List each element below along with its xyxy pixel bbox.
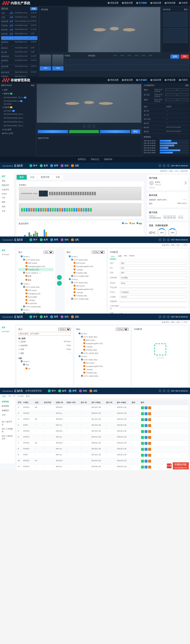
- detail-tab[interactable]: PSI/SI: [129, 255, 134, 259]
- tree-item[interactable]: TVS(SID 205): [18, 268, 53, 271]
- select[interactable]: TS-IN-1: [58, 328, 71, 331]
- tree-item[interactable]: n/a: [18, 367, 71, 370]
- tree-item[interactable]: CCTV 3(SID 302): [18, 311, 53, 314]
- sidebar-item[interactable]: SNMP: [1, 192, 13, 196]
- sidebar-item[interactable]: 首页: [1, 174, 13, 179]
- nav-item[interactable]: 新卡: [48, 389, 56, 392]
- tab[interactable]: 配置: [26, 395, 30, 397]
- sidebar-item[interactable]: 报警: [1, 200, 13, 204]
- tree-item[interactable]: PAT 0x104: [76, 361, 129, 365]
- sidebar-item[interactable]: 首页: [1, 248, 14, 253]
- status-icon[interactable]: [167, 315, 170, 318]
- port-icon[interactable]: [77, 192, 79, 195]
- port-icon[interactable]: [45, 208, 47, 212]
- action-icon[interactable]: [148, 406, 151, 409]
- port-icon[interactable]: [26, 208, 28, 212]
- tree-item[interactable]: TS-IN-3: [18, 308, 53, 311]
- tree-item[interactable]: TVS(SID 205): [66, 271, 104, 274]
- tree-item[interactable]: CCTV 2(SID 305): [18, 285, 53, 289]
- port-icon[interactable]: [42, 208, 44, 212]
- tree-item[interactable]: CCTV 12(SID 3…): [18, 271, 53, 274]
- select[interactable]: TS-IN-1: [116, 328, 129, 331]
- nav-item[interactable]: 系统设置: [108, 1, 118, 4]
- nav-item[interactable]: 新秀: [50, 164, 58, 167]
- port-icon[interactable]: [21, 208, 23, 212]
- status-icon[interactable]: [167, 164, 170, 167]
- source-row[interactable]: 备源备源 1rtmp://live.xxxxx2.12 M: [1, 59, 37, 65]
- tree-item[interactable]: PAT 0x104: [66, 284, 104, 287]
- source-row[interactable]: 备源频道http://baidu.co...: [1, 75, 37, 77]
- form-input[interactable]: TVS(SID): [120, 291, 186, 294]
- port-icon[interactable]: [23, 208, 25, 212]
- refresh-button[interactable]: 刷新: [185, 84, 189, 87]
- status-icon[interactable]: [159, 315, 162, 318]
- tree-item[interactable]: PMT 0x104: [18, 261, 53, 265]
- nav-item[interactable]: 适配: [71, 238, 79, 241]
- nav-item[interactable]: 复用: [40, 315, 48, 318]
- tree-item[interactable]: GuangDong(SID 101): [76, 342, 129, 345]
- tree-item[interactable]: PMT 0x104: [76, 338, 129, 342]
- tree-item[interactable]: ▾ 已处理●: [1, 106, 34, 109]
- search-button[interactable]: 搜索: [30, 7, 37, 10]
- action-icon[interactable]: [145, 406, 148, 409]
- action-icon[interactable]: [145, 442, 148, 445]
- port-icon[interactable]: [52, 208, 54, 212]
- nav-item[interactable]: 任务编单: [136, 79, 147, 82]
- tree-item[interactable]: ALC处理: [1, 128, 34, 132]
- action-icon[interactable]: [145, 418, 148, 421]
- device-front[interactable]: SUMAVISION Power: [19, 187, 141, 200]
- port-icon[interactable]: [56, 192, 58, 195]
- tree-item[interactable]: ID 0(0/736): [18, 302, 53, 305]
- tree-item[interactable]: 20170501104557_代1.ts: [1, 124, 34, 128]
- tree-item[interactable]: CCTV 3(SID 302): [76, 335, 129, 338]
- port-icon[interactable]: [73, 208, 75, 212]
- sidebar-item[interactable]: 首页: [1, 325, 14, 330]
- sidebar-item[interactable]: TOT/TDT: [1, 330, 14, 333]
- tab[interactable]: 设备: [2, 395, 6, 397]
- status-icon[interactable]: [163, 238, 166, 241]
- detail-tab[interactable]: PID: [124, 255, 127, 259]
- action-icon[interactable]: [145, 436, 148, 439]
- port-icon[interactable]: [92, 192, 94, 195]
- tree-item[interactable]: CCTV 12(SID 303): [76, 351, 129, 355]
- nav-item[interactable]: 加扰: [61, 238, 69, 241]
- nav-item[interactable]: 加扰: [61, 315, 69, 318]
- nav-item[interactable]: 复用: [40, 238, 48, 241]
- device-rear[interactable]: [19, 203, 141, 216]
- action-icon[interactable]: [148, 442, 151, 445]
- tab[interactable]: 日志: [27, 175, 37, 180]
- nav-item[interactable]: 新秀: [50, 238, 58, 241]
- col-header[interactable]: 新IP-码: [106, 401, 116, 404]
- form-input[interactable]: [120, 301, 186, 302]
- action-icon[interactable]: [148, 436, 151, 439]
- move-right-button[interactable]: ›: [57, 275, 62, 280]
- action-icon[interactable]: [141, 412, 144, 415]
- table-row[interactable]: 3XXXX/1off-155.23.1--161.10.1.22-103.22.…: [17, 417, 188, 423]
- nav-item[interactable]: 新秀: [50, 315, 58, 318]
- footer-link[interactable]: 管理首页: [78, 158, 86, 161]
- source-row[interactable]: 备1/备1rtmp://live.xxxxx2.65: [1, 50, 37, 55]
- sidebar-item[interactable]: 接口-1备份节目: [1, 420, 14, 427]
- action-icon[interactable]: [141, 442, 144, 445]
- col-header[interactable]: IP地址: [23, 401, 34, 404]
- form-input[interactable]: 305: [120, 262, 186, 265]
- nav-item[interactable]: 存储设置: [165, 79, 175, 82]
- port-icon[interactable]: [85, 192, 86, 195]
- nav-item[interactable]: 频道设置: [122, 1, 133, 4]
- source-row[interactable]: 备源/备1直播http://baidu.com2.65: [1, 32, 37, 36]
- port-icon[interactable]: [78, 208, 80, 212]
- video-player[interactable]: [37, 84, 141, 123]
- tree-item[interactable]: ▸ 全部: [1, 88, 34, 92]
- source-row[interactable]: 频道/备1rtmp://play.xxxxx2.65: [1, 46, 37, 50]
- nav-item[interactable]: 新卡: [29, 315, 37, 318]
- nav-item[interactable]: 新卡: [29, 164, 37, 167]
- port-icon[interactable]: [50, 208, 51, 212]
- sidebar-item[interactable]: TOT/TDT: [1, 253, 14, 256]
- tree-item[interactable]: TVS(SID 205): [66, 294, 104, 297]
- tree-item[interactable]: CCTV 12(SID 303): [76, 374, 129, 378]
- timeline-track[interactable]: [65, 65, 189, 71]
- refresh-button[interactable]: 刷新: [31, 84, 34, 87]
- sidebar-item[interactable]: 日志: [1, 196, 13, 200]
- port-icon[interactable]: [35, 208, 37, 212]
- source-row[interactable]: 主源直播rtmp://live.xxxxx2.35 M: [1, 11, 37, 15]
